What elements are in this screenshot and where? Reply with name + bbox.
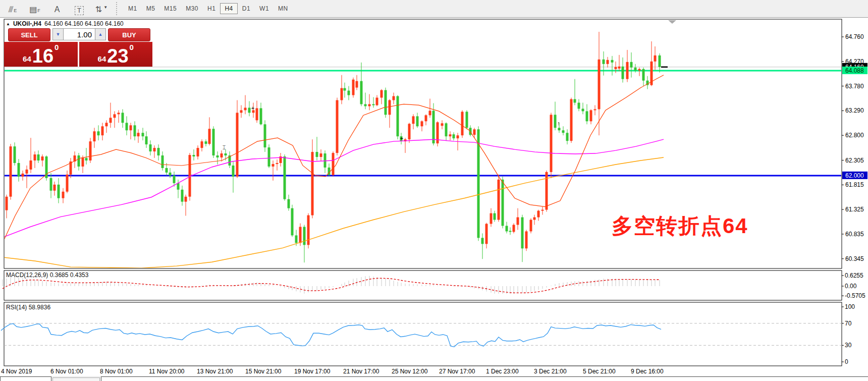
macd-label: MACD(12,26,9) 0.3685 0.4353 xyxy=(6,271,88,279)
svg-text:64.760: 64.760 xyxy=(845,33,864,40)
svg-text:1 Dec 23:00: 1 Dec 23:00 xyxy=(486,368,519,375)
svg-text:64.088: 64.088 xyxy=(845,67,864,74)
svg-text:19 Nov 17:00: 19 Nov 17:00 xyxy=(294,368,331,375)
svg-text:60.835: 60.835 xyxy=(845,231,864,238)
rsi-panel xyxy=(4,302,842,366)
mt4-trading-window: ⫻E▤FAT⇅▼ M1M5M15M30H1H4D1W1MN ⌶++↑64.760… xyxy=(0,0,868,381)
svg-text:21 Nov 17:00: 21 Nov 17:00 xyxy=(343,368,379,375)
svg-text:25 Nov 12:00: 25 Nov 12:00 xyxy=(392,368,428,375)
buy-price-head: 64 xyxy=(98,55,106,63)
svg-text:60.345: 60.345 xyxy=(845,255,864,262)
svg-text:9 Dec 16:00: 9 Dec 16:00 xyxy=(631,368,664,375)
volume-increase-button[interactable]: ▲ xyxy=(95,28,106,40)
symbol-collapse-icon[interactable]: ▲ xyxy=(6,22,10,26)
svg-text:62.800: 62.800 xyxy=(845,132,864,139)
macd-axis: 0.62550.00-0.5705 xyxy=(842,272,865,299)
svg-text:30: 30 xyxy=(845,342,852,349)
buy-price-pip: 0 xyxy=(130,43,134,51)
rsi-label: RSI(14) 58.9836 xyxy=(6,304,50,311)
svg-text:6 Nov 01:00: 6 Nov 01:00 xyxy=(50,368,83,375)
svg-text:3 Dec 21:00: 3 Dec 21:00 xyxy=(534,368,567,375)
order-row: SELL ▼ ▲ BUY xyxy=(8,28,150,40)
svg-text:62.000: 62.000 xyxy=(845,172,864,179)
rsi-axis: 10070300 xyxy=(842,303,855,365)
time-axis: 4 Nov 20196 Nov 01:008 Nov 01:0011 Nov 2… xyxy=(1,368,664,375)
symbol-name: UKOil-,H4 xyxy=(13,20,41,27)
svg-text:+: + xyxy=(400,135,403,141)
chart-title: ▲ UKOil-,H4 64.160 64.160 64.160 64.160 xyxy=(6,20,128,27)
svg-text:70: 70 xyxy=(845,320,852,327)
svg-text:13 Nov 21:00: 13 Nov 21:00 xyxy=(197,368,233,375)
sell-price-box[interactable]: 64 16 0 xyxy=(4,42,78,67)
bottom-tab-2[interactable] xyxy=(52,377,100,381)
volume-stepper: ▼ ▲ xyxy=(52,28,106,40)
sell-price-main: 16 xyxy=(32,47,53,65)
svg-text:63.780: 63.780 xyxy=(845,83,864,90)
svg-text:⌶: ⌶ xyxy=(223,144,226,150)
svg-text:11 Nov 20:00: 11 Nov 20:00 xyxy=(149,368,185,375)
sell-button[interactable]: SELL xyxy=(8,28,50,41)
svg-text:100: 100 xyxy=(845,303,855,310)
one-click-trading-panel: SELL ▼ ▲ BUY 64 16 0 64 23 0 xyxy=(4,28,152,67)
svg-text:8 Nov 01:00: 8 Nov 01:00 xyxy=(100,368,133,375)
svg-text:0.6255: 0.6255 xyxy=(845,272,863,279)
buy-price-main: 23 xyxy=(107,47,128,65)
svg-text:62.305: 62.305 xyxy=(845,157,864,164)
price-boxes: 64 16 0 64 23 0 xyxy=(4,42,152,67)
bottom-tab-bar xyxy=(0,376,868,381)
svg-text:-0.5705: -0.5705 xyxy=(845,292,865,299)
sell-price-head: 64 xyxy=(23,55,31,63)
ohlc-values: 64.160 64.160 64.160 64.160 xyxy=(44,20,124,27)
svg-text:27 Nov 17:00: 27 Nov 17:00 xyxy=(439,368,475,375)
bottom-status-strip xyxy=(101,376,868,381)
svg-text:0: 0 xyxy=(845,358,848,365)
svg-text:63.290: 63.290 xyxy=(845,107,864,114)
svg-text:4 Nov 2019: 4 Nov 2019 xyxy=(1,368,32,375)
svg-text:0.00: 0.00 xyxy=(845,283,857,290)
price-axis: 64.76064.27063.78063.29062.80062.30561.8… xyxy=(842,33,867,262)
svg-text:+: + xyxy=(251,105,254,111)
sell-price-pip: 0 xyxy=(55,43,59,51)
buy-button[interactable]: BUY xyxy=(108,28,150,41)
volume-input[interactable] xyxy=(64,28,95,40)
svg-text:5 Dec 21:00: 5 Dec 21:00 xyxy=(583,368,616,375)
chinese-annotation: 多空转折点64 xyxy=(612,212,748,240)
buy-price-box[interactable]: 64 23 0 xyxy=(79,42,153,67)
svg-text:61.325: 61.325 xyxy=(845,206,864,213)
bottom-tab-1[interactable] xyxy=(0,376,51,381)
macd-panel xyxy=(4,270,842,300)
volume-decrease-button[interactable]: ▼ xyxy=(52,28,64,40)
svg-text:↑: ↑ xyxy=(557,120,560,126)
svg-text:15 Nov 21:00: 15 Nov 21:00 xyxy=(245,368,282,375)
svg-text:61.815: 61.815 xyxy=(845,181,864,188)
